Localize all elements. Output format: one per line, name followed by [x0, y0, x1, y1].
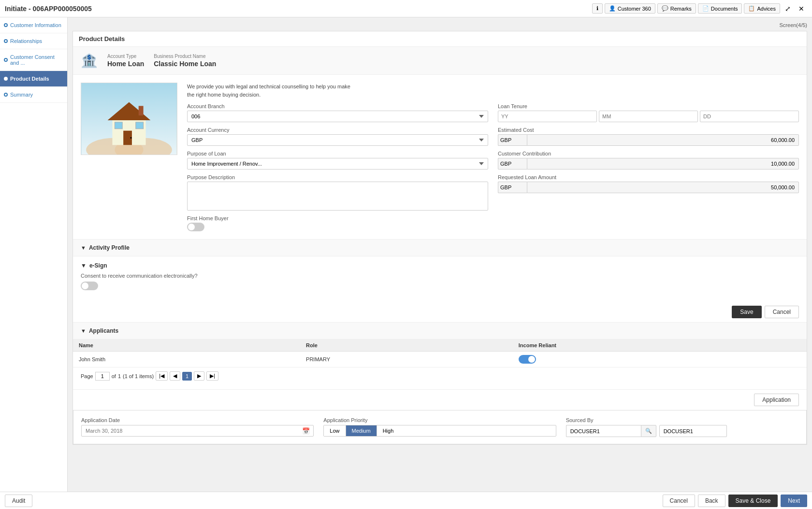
- first-home-buyer-toggle-container: [187, 223, 488, 231]
- calendar-icon: 📅: [302, 427, 310, 435]
- save-close-button[interactable]: Save & Close: [728, 495, 778, 507]
- account-branch-field: Account Branch 006: [187, 103, 488, 122]
- customer-contribution-field: Customer Contribution GBP: [498, 151, 799, 170]
- documents-icon: 📄: [702, 5, 709, 12]
- svg-rect-8: [136, 122, 144, 129]
- remarks-button[interactable]: 💬 Remarks: [657, 3, 696, 14]
- sidebar-item-summary[interactable]: Summary: [0, 87, 67, 103]
- applicants-header[interactable]: ▼ Applicants: [73, 323, 807, 339]
- save-button[interactable]: Save: [732, 306, 761, 318]
- customer-contribution-currency[interactable]: GBP: [498, 158, 527, 170]
- sidebar-item-product-details[interactable]: Product Details: [0, 71, 67, 87]
- advices-button[interactable]: 📋 Advices: [744, 3, 780, 14]
- e-sign-toggle[interactable]: [81, 282, 98, 290]
- page-1-button[interactable]: 1: [182, 372, 192, 381]
- priority-medium-button[interactable]: Medium: [346, 425, 377, 436]
- income-reliant-toggle[interactable]: [519, 355, 536, 364]
- sourced-by-display-input[interactable]: [659, 425, 727, 437]
- product-details-card: Product Details 🏦 Account Type Home Loan…: [72, 31, 807, 445]
- expand-button[interactable]: ⤢: [782, 3, 794, 14]
- first-page-button[interactable]: |◀: [156, 371, 168, 381]
- page-input[interactable]: [95, 372, 110, 381]
- purpose-description-input[interactable]: [187, 182, 488, 211]
- svg-point-6: [130, 137, 131, 139]
- sourced-by-search-input[interactable]: [566, 425, 641, 437]
- first-home-buyer-toggle[interactable]: [187, 223, 204, 231]
- chevron-down-icon-small: ▼: [81, 262, 87, 269]
- prev-page-button[interactable]: ◀: [170, 371, 180, 381]
- next-button[interactable]: Next: [781, 495, 807, 507]
- footer: Audit Cancel Back Save & Close Next: [0, 492, 812, 509]
- sidebar: Customer Information Relationships Custo…: [0, 17, 68, 492]
- footer-cancel-button[interactable]: Cancel: [663, 495, 695, 507]
- customer360-icon: 👤: [609, 5, 616, 12]
- info-button[interactable]: ℹ: [592, 3, 603, 14]
- activity-profile-header[interactable]: ▼ Activity Profile: [73, 240, 807, 256]
- estimated-cost-input[interactable]: [527, 134, 799, 146]
- tenure-yy-input[interactable]: [498, 111, 597, 122]
- audit-button[interactable]: Audit: [5, 495, 32, 507]
- applicants-table-container: Name Role Income Reliant John Smith PRIM…: [73, 339, 807, 389]
- tenure-mm-input[interactable]: [599, 111, 698, 122]
- purpose-of-loan-field: Purpose of Loan Home Improvement / Renov…: [187, 151, 488, 170]
- estimated-cost-field: Estimated Cost GBP: [498, 127, 799, 146]
- application-date-input[interactable]: [81, 425, 314, 437]
- purpose-description-field: Purpose Description: [187, 174, 488, 211]
- sourced-by-row: 🔍: [566, 425, 798, 437]
- tenure-dd-input[interactable]: [700, 111, 799, 122]
- account-branch-select[interactable]: 006: [187, 111, 488, 122]
- requested-loan-currency[interactable]: GBP: [498, 182, 527, 193]
- sidebar-dot: [4, 93, 8, 97]
- first-home-buyer-field: First Home Buyer: [187, 215, 488, 231]
- save-cancel-row: Save Cancel: [73, 302, 807, 322]
- table-row: John Smith PRIMARY: [73, 352, 807, 368]
- business-product-value: Classic Home Loan: [154, 60, 216, 68]
- business-product-field: Business Product Name Classic Home Loan: [154, 54, 216, 68]
- priority-low-button[interactable]: Low: [324, 425, 346, 436]
- bottom-form: Application Date 📅 Application Priority …: [73, 410, 807, 444]
- requested-loan-row: GBP: [498, 182, 799, 193]
- sourced-by-field: Sourced By 🔍: [566, 417, 798, 437]
- documents-button[interactable]: 📄 Documents: [698, 3, 742, 14]
- advices-icon: 📋: [748, 5, 755, 12]
- sidebar-item-customer-consent[interactable]: Customer Consent and ...: [0, 49, 67, 71]
- sidebar-item-customer-information[interactable]: Customer Information: [0, 17, 67, 33]
- e-sign-header[interactable]: ▼ e-Sign: [81, 262, 799, 269]
- applicants-table: Name Role Income Reliant John Smith PRIM…: [73, 339, 807, 368]
- footer-right: Cancel Back Save & Close Next: [663, 495, 807, 507]
- purpose-of-loan-select[interactable]: Home Improvement / Renov...: [187, 158, 488, 170]
- account-currency-select[interactable]: GBP: [187, 134, 488, 146]
- requested-loan-input[interactable]: [527, 182, 799, 193]
- sourced-by-search-button[interactable]: 🔍: [641, 425, 656, 437]
- back-button[interactable]: Back: [698, 495, 725, 507]
- screen-info: Screen(4/5): [72, 22, 807, 28]
- header-actions: ℹ 👤 Customer 360 💬 Remarks 📄 Documents 📋…: [592, 3, 807, 14]
- priority-high-button[interactable]: High: [377, 425, 400, 436]
- application-btn-row: Application: [73, 389, 807, 410]
- application-button[interactable]: Application: [754, 394, 799, 406]
- next-page-button[interactable]: ▶: [194, 371, 204, 381]
- account-currency-field: Account Currency GBP: [187, 127, 488, 146]
- applicant-income-reliant: [513, 352, 807, 368]
- customer360-button[interactable]: 👤 Customer 360: [605, 3, 655, 14]
- section-title: Product Details: [73, 31, 807, 47]
- svg-rect-9: [139, 106, 144, 115]
- sidebar-item-relationships[interactable]: Relationships: [0, 33, 67, 49]
- application-priority-field: Application Priority Low Medium High: [323, 417, 556, 437]
- estimated-cost-currency[interactable]: GBP: [498, 134, 527, 146]
- remarks-icon: 💬: [662, 5, 668, 12]
- header: Initiate - 006APP000050005 ℹ 👤 Customer …: [0, 0, 812, 17]
- page-title-header: Initiate - 006APP000050005: [5, 5, 92, 13]
- product-image: [81, 83, 177, 155]
- bottom-form-row: Application Date 📅 Application Priority …: [81, 417, 798, 437]
- last-page-button[interactable]: ▶|: [206, 371, 218, 381]
- customer-contribution-input[interactable]: [527, 158, 799, 170]
- close-button[interactable]: ✕: [796, 3, 807, 14]
- product-icon: 🏦: [81, 53, 98, 69]
- account-type-field: Account Type Home Loan: [107, 54, 144, 68]
- cancel-button[interactable]: Cancel: [765, 306, 799, 318]
- left-form-fields: Account Branch 006 Account Currency GBP: [187, 103, 488, 231]
- priority-group: Low Medium High: [323, 425, 556, 437]
- content-area: Screen(4/5) Product Details 🏦 Account Ty…: [68, 17, 812, 492]
- svg-rect-7: [115, 122, 122, 129]
